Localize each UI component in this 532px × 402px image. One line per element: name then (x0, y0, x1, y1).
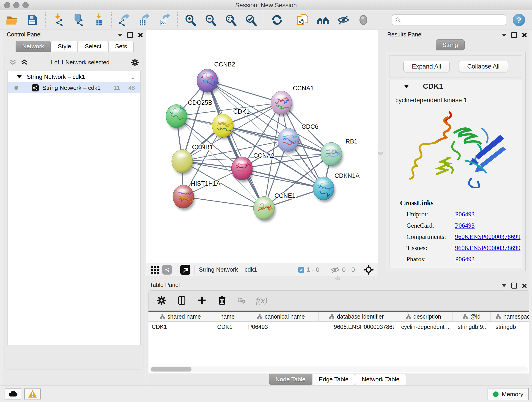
show-graphics-button[interactable] (357, 13, 370, 27)
panel-menu-icon[interactable] (502, 284, 506, 287)
float-panel-icon[interactable] (127, 32, 133, 38)
node-table[interactable]: shared name name canonical name database… (148, 311, 529, 373)
delete-table-button[interactable] (237, 296, 246, 305)
export-network-button[interactable] (118, 13, 131, 27)
crosslink-link[interactable]: 9606.ENSP00000378699 (455, 244, 520, 252)
hide-selected-button[interactable] (336, 13, 350, 27)
panel-menu-icon[interactable] (118, 34, 122, 37)
tab-style[interactable]: Style (51, 41, 78, 52)
birdseye-view-icon[interactable] (180, 265, 190, 275)
vertical-splitter[interactable] (378, 30, 383, 276)
column-layout-button[interactable] (177, 295, 187, 306)
column-type-icon (160, 314, 165, 319)
panel-menu-icon[interactable] (502, 34, 506, 37)
cell-canonical-name: P06493 (243, 324, 319, 330)
close-panel-icon[interactable] (138, 32, 143, 38)
float-panel-icon[interactable] (511, 32, 517, 38)
crosslink-link[interactable]: P06493 (455, 211, 475, 218)
close-panel-icon[interactable] (522, 32, 527, 38)
column-header[interactable]: shared name (148, 312, 212, 321)
tab-node-table[interactable]: Node Table (269, 374, 312, 385)
apply-function-button[interactable]: f(x) (256, 296, 267, 305)
table-toolbar: f(x) (148, 290, 529, 311)
fit-crosshair-icon[interactable] (363, 264, 374, 275)
share-view-icon[interactable] (162, 265, 172, 274)
network-collection-row[interactable]: String Network – cdk1 1 (8, 71, 140, 82)
network-node-label: CCNA1 (293, 85, 314, 92)
expand-all-button[interactable]: Expand All (404, 61, 450, 72)
memory-button[interactable]: Memory (488, 388, 529, 400)
network-node-label: CDKN1A (335, 172, 360, 179)
collapse-all-button[interactable]: Collapse All (459, 61, 508, 72)
column-header[interactable]: canonical name (243, 312, 319, 321)
column-header[interactable]: @id (453, 312, 491, 321)
zoom-out-icon (204, 13, 217, 26)
network-selection-status: 1 of 1 Network selected (32, 59, 127, 66)
protein-section-header[interactable]: CDK1 (389, 80, 522, 93)
crosslink-link[interactable]: P06493 (455, 222, 475, 229)
crosslink-label: Uniprot: (406, 211, 455, 218)
crosslink-link[interactable]: P06493 (455, 255, 475, 263)
column-header[interactable]: database identifier (319, 312, 394, 321)
column-header[interactable]: name (212, 312, 243, 321)
tab-network[interactable]: Network (16, 41, 51, 52)
grid-view-icon[interactable] (151, 265, 159, 274)
crosslink-label: Pharos: (406, 255, 455, 263)
import-table-button[interactable] (92, 13, 105, 27)
network-node-label: RB1 (346, 138, 358, 145)
help-label: ? (517, 16, 521, 25)
network-options-gear-button[interactable] (131, 58, 139, 66)
clone-network-button[interactable] (296, 13, 310, 27)
import-database-button[interactable] (72, 13, 85, 27)
close-panel-icon[interactable] (522, 283, 527, 288)
zoom-out-button[interactable] (204, 13, 217, 27)
protein-description: cyclin-dependent kinase 1 (389, 93, 522, 104)
save-session-button[interactable] (26, 13, 39, 27)
horizontal-splitter[interactable] (146, 276, 529, 280)
tab-sets[interactable]: Sets (108, 41, 133, 52)
add-column-button[interactable] (197, 295, 207, 306)
section-expand-icon[interactable] (404, 85, 409, 88)
tab-edge-table[interactable]: Edge Table (312, 374, 355, 385)
first-neighbors-button[interactable] (317, 13, 330, 27)
zoom-in-icon (184, 13, 197, 26)
network-canvas[interactable]: CCNB2CCNA1CDC25BCDK1CDC6RB1CCNB1CCNA2CDK… (146, 30, 378, 263)
search-input[interactable] (404, 17, 503, 23)
zoom-selected-button[interactable] (244, 13, 258, 27)
crosslinks-heading: CrossLinks (389, 199, 522, 207)
refresh-network-button[interactable] (270, 13, 284, 27)
tab-network-table[interactable]: Network Table (355, 374, 406, 385)
tab-select[interactable]: Select (78, 41, 108, 52)
search-field[interactable] (392, 14, 506, 26)
scrollbar-thumb[interactable] (151, 367, 191, 371)
export-table-button[interactable] (138, 13, 151, 27)
warnings-button[interactable] (24, 389, 41, 400)
float-panel-icon[interactable] (511, 283, 517, 288)
import-network-button[interactable] (51, 13, 65, 27)
export-image-button[interactable] (158, 13, 171, 27)
table-row[interactable]: CDK1 CDK1 P06493 9606.ENSP00000378699 cy… (148, 322, 529, 332)
splitter-handle[interactable] (378, 151, 383, 155)
window-title: Session: New Session (0, 2, 532, 9)
zoom-in-button[interactable] (184, 13, 197, 27)
tab-string[interactable]: String (436, 39, 465, 51)
zoom-fit-button[interactable] (224, 13, 238, 27)
selected-checkbox-icon[interactable] (298, 267, 304, 273)
delete-column-button[interactable] (217, 295, 227, 306)
collapse-tree-button[interactable] (9, 59, 17, 65)
table-settings-gear-button[interactable] (157, 295, 167, 306)
help-button[interactable]: ? (513, 14, 525, 26)
network-view[interactable]: CCNB2CCNA1CDC25BCDK1CDC6RB1CCNB1CCNA2CDK… (146, 30, 378, 276)
crosslink-link[interactable]: 9606.ENSP00000378699 (455, 233, 520, 240)
cell-namespace: stringdb (491, 324, 529, 330)
cloud-button[interactable] (5, 389, 21, 400)
open-session-button[interactable] (6, 13, 19, 27)
column-header[interactable]: description (394, 312, 453, 321)
column-header[interactable]: namespace (491, 312, 529, 321)
expand-tree-button[interactable] (20, 59, 28, 65)
network-row[interactable]: String Network – cdk1 11 48 (8, 82, 140, 93)
horizontal-scrollbar[interactable] (150, 366, 528, 372)
hidden-eye-icon[interactable] (331, 265, 340, 274)
selected-counts: 1 - 0 (307, 266, 319, 274)
tree-expand-icon[interactable] (17, 75, 22, 78)
